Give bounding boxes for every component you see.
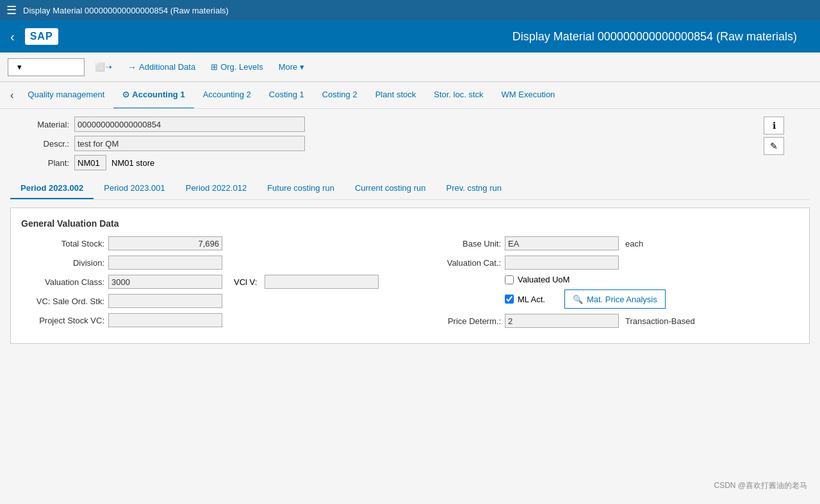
period-tab-current-costing-label: Current costing run — [355, 183, 426, 193]
tab-prev-button[interactable]: ‹ — [5, 90, 19, 101]
ml-act-wrapper: ML Act. — [505, 295, 545, 304]
valuation-cat-input[interactable] — [505, 256, 619, 270]
valuation-grid: Total Stock: Division: Valuation Class: … — [21, 236, 799, 333]
left-col: Total Stock: Division: Valuation Class: … — [21, 236, 402, 333]
material-row: Material: — [10, 117, 810, 132]
descr-label: Descr.: — [10, 139, 74, 149]
material-input[interactable] — [74, 117, 305, 132]
accounting1-icon: ⊙ — [122, 90, 129, 99]
tab-quality-management[interactable]: Quality management — [19, 82, 113, 109]
edit-icon: ✎ — [770, 141, 778, 151]
info-icon: ℹ — [773, 120, 776, 131]
window-title: Display Material 000000000000000854 (Raw… — [23, 6, 229, 15]
tab-wm-execution[interactable]: WM Execution — [493, 82, 564, 109]
vc-sale-ord-label: VC: Sale Ord. Stk: — [21, 297, 104, 306]
header-title: Display Material 000000000000000854 (Raw… — [512, 30, 810, 44]
back-button[interactable]: ‹ — [10, 29, 15, 44]
tab-plant-stock-label: Plant stock — [375, 90, 416, 99]
tab-wm-execution-label: WM Execution — [502, 90, 555, 99]
period-tab-2023-001[interactable]: Period 2023.001 — [94, 178, 175, 199]
plant-label: Plant: — [10, 158, 74, 168]
more-button[interactable]: More ▾ — [274, 58, 310, 76]
descr-row: Descr.: — [10, 136, 810, 151]
period-tab-prev-costing-label: Prev. cstng run — [446, 183, 501, 193]
valuation-class-label: Valuation Class: — [21, 277, 104, 287]
hamburger-icon[interactable]: ☰ — [6, 3, 17, 17]
general-valuation-section: General Valuation Data Total Stock: Divi… — [10, 207, 810, 344]
base-unit-input[interactable] — [505, 236, 619, 250]
search-icon: 🔍 — [573, 295, 583, 304]
arrow-right-icon: → — [127, 62, 136, 72]
chevron-down-icon: ▾ — [17, 62, 22, 72]
tab-costing-1-label: Costing 1 — [269, 90, 304, 99]
valuated-uom-wrapper: Valuated UoM — [505, 275, 570, 284]
project-stock-label: Project Stock VC: — [21, 316, 104, 325]
total-stock-input[interactable] — [108, 236, 222, 250]
period-tab-2022-012[interactable]: Period 2022.012 — [176, 178, 257, 199]
edit-button[interactable]: ✎ — [764, 137, 784, 155]
info-button[interactable]: ℹ — [764, 117, 784, 134]
right-col: Base Unit: each Valuation Cat.: Valuated… — [418, 236, 799, 333]
period-tab-current-costing[interactable]: Current costing run — [345, 178, 436, 199]
base-unit-name: each — [625, 239, 643, 248]
valuation-class-row: Valuation Class: VCl V: — [21, 275, 402, 289]
total-stock-label: Total Stock: — [21, 239, 104, 248]
chevron-down-icon2: ▾ — [300, 62, 304, 72]
price-determ-input[interactable] — [505, 314, 619, 328]
period-tab-prev-costing[interactable]: Prev. cstng run — [436, 178, 511, 199]
additional-data-button[interactable]: → Additional Data — [122, 58, 201, 76]
period-tab-2023-002-label: Period 2023.002 — [20, 183, 83, 193]
division-input[interactable] — [108, 256, 222, 270]
valuated-uom-checkbox[interactable] — [505, 275, 514, 284]
price-determ-label: Price Determ.: — [418, 316, 501, 326]
period-tab-2023-002[interactable]: Period 2023.002 — [10, 178, 94, 199]
tab-costing-1[interactable]: Costing 1 — [260, 82, 313, 109]
material-label: Material: — [10, 120, 74, 129]
view-selector[interactable]: ▾ — [8, 58, 85, 76]
project-stock-input[interactable] — [108, 313, 222, 327]
toolbar: ▾ ⬜➝ → Additional Data ⊞ Org. Levels Mor… — [0, 53, 820, 82]
tab-navigation: ‹ Quality management ⊙ Accounting 1 Acco… — [0, 82, 820, 109]
copy-button[interactable]: ⬜➝ — [90, 58, 117, 76]
tab-plant-stock[interactable]: Plant stock — [366, 82, 425, 109]
valuation-class-input[interactable] — [108, 275, 222, 289]
plant-row: Plant: NM01 NM01 store — [10, 155, 810, 170]
period-tab-future-costing[interactable]: Future costing run — [257, 178, 345, 199]
price-determ-row: Price Determ.: Transaction-Based — [418, 314, 799, 328]
tab-accounting-1[interactable]: ⊙ Accounting 1 — [113, 82, 193, 109]
period-tabs: Period 2023.002 Period 2023.001 Period 2… — [10, 178, 810, 200]
more-label: More — [279, 62, 298, 72]
form-header: Material: Descr.: Plant: NM01 NM01 store… — [10, 117, 810, 170]
copy-icon: ⬜➝ — [95, 62, 112, 72]
header-bar: ‹ SAP Display Material 00000000000000085… — [0, 20, 820, 53]
project-stock-row: Project Stock VC: — [21, 313, 402, 327]
tab-stor-loc-stck-label: Stor. loc. stck — [434, 90, 483, 99]
ml-act-spacer — [418, 295, 501, 304]
price-determ-text: Transaction-Based — [625, 316, 695, 326]
division-row: Division: — [21, 256, 402, 270]
org-levels-button[interactable]: ⊞ Org. Levels — [206, 58, 268, 76]
main-content: Material: Descr.: Plant: NM01 NM01 store… — [0, 109, 820, 504]
vc-sale-ord-row: VC: Sale Ord. Stk: — [21, 294, 402, 308]
valuated-uom-row: Valuated UoM — [418, 275, 799, 284]
tab-accounting-2[interactable]: Accounting 2 — [194, 82, 260, 109]
additional-data-label: Additional Data — [139, 62, 195, 72]
base-unit-label: Base Unit: — [418, 239, 501, 248]
tab-costing-2[interactable]: Costing 2 — [313, 82, 366, 109]
tab-stor-loc-stck[interactable]: Stor. loc. stck — [425, 82, 492, 109]
tab-quality-management-label: Quality management — [28, 90, 104, 99]
org-levels-icon: ⊞ — [211, 62, 218, 72]
ml-act-checkbox[interactable] — [505, 295, 514, 304]
title-bar: ☰ Display Material 000000000000000854 (R… — [0, 0, 820, 20]
valuation-cat-label: Valuation Cat.: — [418, 258, 501, 268]
descr-input[interactable] — [74, 136, 305, 151]
watermark: CSDN @喜欢打酱油的老马 — [714, 480, 807, 491]
valuated-uom-label: Valuated UoM — [518, 275, 570, 284]
vcl-v-input[interactable] — [265, 275, 379, 289]
mat-price-analysis-button[interactable]: 🔍 Mat. Price Analysis — [564, 289, 666, 309]
period-tab-2023-001-label: Period 2023.001 — [104, 183, 165, 193]
vc-sale-ord-input[interactable] — [108, 294, 222, 308]
plant-code: NM01 — [74, 155, 106, 170]
period-tab-2022-012-label: Period 2022.012 — [186, 183, 247, 193]
period-tab-future-costing-label: Future costing run — [267, 183, 334, 193]
